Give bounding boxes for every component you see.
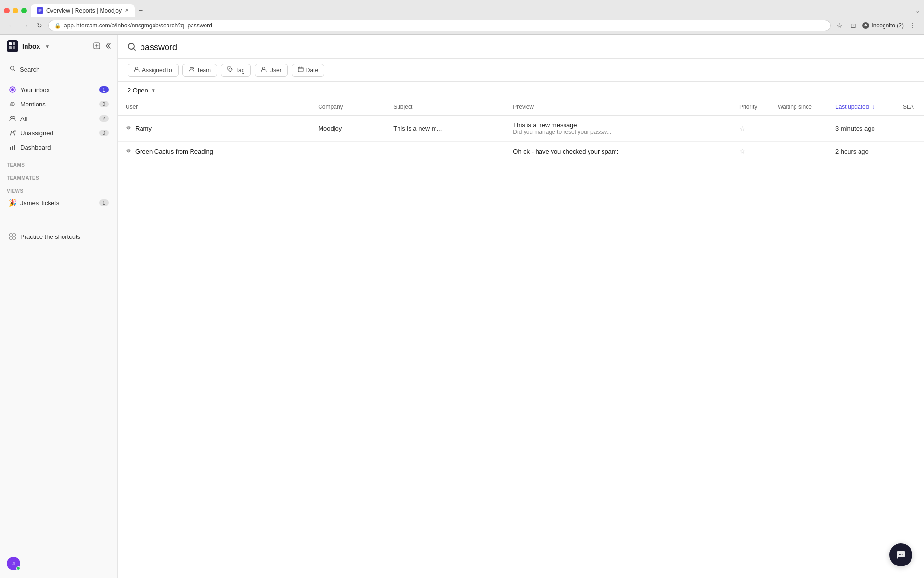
- date-filter[interactable]: Date: [292, 64, 324, 77]
- cell-company-0: Moodjoy: [310, 116, 385, 142]
- bookmark-button[interactable]: ☆: [834, 21, 845, 30]
- address-bar[interactable]: 🔒 app.intercom.com/a/inbox/nnsgmgob/sear…: [48, 20, 831, 31]
- svg-point-29: [899, 554, 900, 555]
- cell-sla-1: —: [895, 142, 924, 161]
- team-label: Team: [197, 67, 211, 74]
- teams-label: TEAMS: [0, 157, 117, 170]
- sidebar-title-caret: ▼: [45, 44, 50, 49]
- user-filter-icon: [261, 66, 267, 74]
- active-tab[interactable]: Overview | Reports | Moodjoy ✕: [31, 4, 135, 17]
- browser-chrome: Overview | Reports | Moodjoy ✕ + ⌄ ← → ↻…: [0, 0, 924, 35]
- sidebar-item-label-james-tickets: James' tickets: [20, 199, 59, 207]
- sidebar-item-unassigned[interactable]: Unassigned 0: [2, 126, 116, 140]
- col-header-last-updated[interactable]: Last updated ↓: [828, 99, 895, 116]
- sort-arrow-icon: ↓: [872, 104, 875, 110]
- cell-waiting-1: —: [770, 142, 828, 161]
- tab-bar: Overview | Reports | Moodjoy ✕ + ⌄: [0, 0, 924, 17]
- sidebar-title: Inbox: [22, 42, 40, 50]
- user-avatar[interactable]: J: [7, 557, 20, 570]
- sidebar-user-section: J: [0, 550, 117, 578]
- assigned-to-label: Assigned to: [142, 67, 172, 74]
- your-inbox-icon: [9, 86, 16, 93]
- preview-main-1: Oh ok - have you checked your spam:: [513, 148, 724, 155]
- team-icon: [189, 66, 194, 74]
- tab-list-chevron[interactable]: ⌄: [915, 7, 920, 14]
- reply-icon-0: [126, 125, 131, 132]
- chat-button[interactable]: [889, 543, 912, 566]
- sidebar-item-your-inbox[interactable]: Your inbox 1: [2, 82, 116, 97]
- browser-toolbar: ← → ↻ 🔒 app.intercom.com/a/inbox/nnsgmgo…: [0, 17, 924, 35]
- unassigned-icon: [9, 129, 16, 137]
- tab-close-button[interactable]: ✕: [125, 7, 129, 13]
- cell-user-1: Green Cactus from Reading: [118, 142, 310, 161]
- cell-priority-0: ☆: [732, 116, 770, 142]
- sidebar-item-shortcuts[interactable]: Practice the shortcuts: [2, 229, 116, 244]
- svg-point-1: [862, 22, 869, 29]
- close-button[interactable]: [4, 8, 10, 13]
- sidebar-item-label-unassigned: Unassigned: [20, 130, 53, 137]
- sidebar-shortcuts-section: Practice the shortcuts: [0, 229, 117, 244]
- cell-company-1: —: [310, 142, 385, 161]
- cell-user-0: Ramy: [118, 116, 310, 142]
- date-filter-label: Date: [306, 67, 318, 74]
- filter-bar: Assigned to Team Tag User: [118, 59, 924, 82]
- sidebar-item-label-your-inbox: Your inbox: [20, 86, 50, 93]
- sidebar-search-item[interactable]: Search: [5, 62, 113, 77]
- forward-button[interactable]: →: [20, 21, 31, 30]
- lock-icon: 🔒: [54, 23, 61, 29]
- sidebar-header: Inbox ▼: [0, 35, 117, 58]
- results-header: 2 Open ▼: [118, 82, 924, 99]
- col-header-company: Company: [310, 99, 385, 116]
- svg-point-10: [11, 88, 14, 91]
- reload-button[interactable]: ↻: [35, 21, 44, 30]
- main-content: password Assigned to Team Tag: [118, 35, 924, 578]
- traffic-lights: [4, 8, 27, 13]
- table-row[interactable]: Green Cactus from Reading — — Oh ok - ha…: [118, 142, 924, 161]
- split-view-button[interactable]: ⊡: [848, 21, 858, 30]
- results-table-container: User Company Subject Preview Priority: [118, 99, 924, 161]
- user-filter-label: User: [269, 67, 281, 74]
- search-query: password: [140, 42, 177, 53]
- unassigned-badge: 0: [99, 130, 109, 136]
- sidebar: Inbox ▼ Search: [0, 35, 118, 578]
- sidebar-item-james-tickets[interactable]: 🎉 James' tickets 1: [2, 196, 116, 210]
- fullscreen-button[interactable]: [21, 8, 27, 13]
- svg-rect-6: [13, 46, 15, 49]
- svg-point-30: [900, 554, 901, 555]
- back-button[interactable]: ←: [6, 21, 16, 30]
- table-row[interactable]: Ramy Moodjoy This is a new m... This is …: [118, 116, 924, 142]
- results-table: User Company Subject Preview Priority: [118, 99, 924, 161]
- team-filter[interactable]: Team: [182, 64, 217, 77]
- sidebar-item-mentions[interactable]: @ Mentions 0: [2, 97, 116, 111]
- sidebar-collapse-button[interactable]: [104, 42, 111, 51]
- svg-point-8: [11, 66, 14, 70]
- user-name-0: Ramy: [135, 125, 152, 132]
- all-icon: [9, 115, 16, 122]
- svg-rect-17: [14, 144, 15, 150]
- svg-rect-16: [12, 146, 13, 150]
- tag-filter[interactable]: Tag: [221, 64, 251, 77]
- assigned-to-filter[interactable]: Assigned to: [128, 64, 179, 77]
- cell-subject-0: This is a new m...: [385, 116, 505, 142]
- dashboard-icon: [9, 144, 16, 151]
- compose-button[interactable]: [93, 42, 100, 51]
- sidebar-item-dashboard[interactable]: Dashboard: [2, 140, 116, 155]
- table-header: User Company Subject Preview Priority: [118, 99, 924, 116]
- svg-rect-19: [13, 234, 15, 236]
- sidebar-teams-section: TEAMS: [0, 157, 117, 170]
- minimize-button[interactable]: [13, 8, 18, 13]
- svg-rect-21: [13, 237, 15, 239]
- user-filter[interactable]: User: [255, 64, 287, 77]
- sidebar-item-all[interactable]: All 2: [2, 111, 116, 126]
- cell-preview-0: This is a new message Did you manage to …: [505, 116, 732, 142]
- main-search-icon: [128, 42, 136, 53]
- svg-rect-5: [9, 46, 12, 49]
- priority-star-1[interactable]: ☆: [739, 147, 745, 155]
- address-text: app.intercom.com/a/inbox/nnsgmgob/search…: [64, 22, 212, 29]
- incognito-button[interactable]: Incognito (2): [862, 22, 904, 29]
- priority-star-0[interactable]: ☆: [739, 125, 745, 132]
- menu-button[interactable]: ⋮: [908, 21, 918, 30]
- svg-point-26: [229, 68, 230, 69]
- results-caret[interactable]: ▼: [151, 88, 156, 93]
- new-tab-button[interactable]: +: [135, 4, 147, 17]
